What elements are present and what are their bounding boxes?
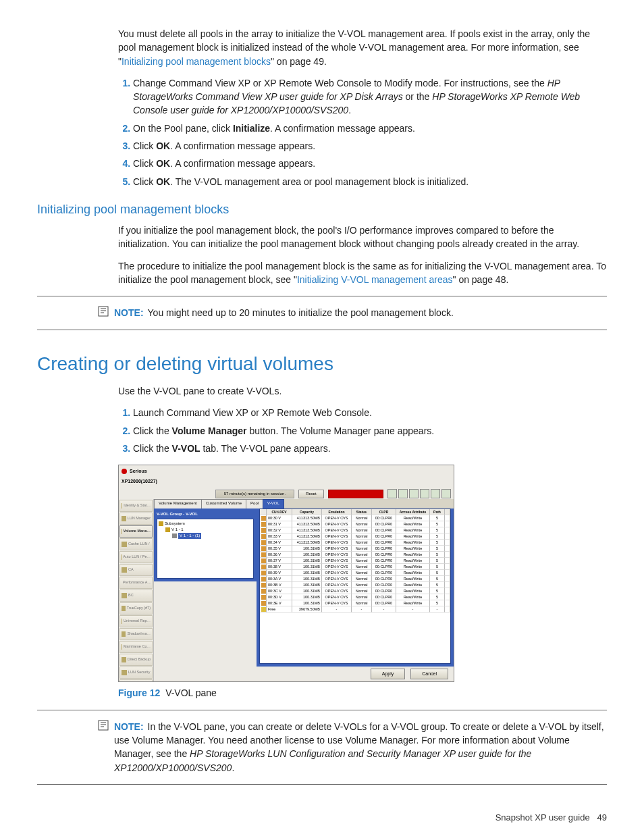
tree-node[interactable]: V 1 - 1 - (1): [159, 533, 252, 539]
table-row[interactable]: 00:31 V411313.50MBOPEN-V CVSNormal00:CLP…: [260, 521, 450, 527]
table-row[interactable]: 00:3B V100.31MBOPEN-V CVSNormal00:CLPR0R…: [260, 582, 450, 588]
volume-icon: [261, 577, 266, 581]
sidebar-icon: [122, 644, 122, 650]
cell: Normal: [352, 600, 372, 606]
cell: 00:3C V: [267, 588, 292, 594]
step: Click the Volume Manager button. The Vol…: [133, 424, 607, 438]
cell: OPEN-V CVS: [322, 588, 352, 594]
cell: 00:CLPR0: [372, 582, 396, 588]
cell: 100.31MB: [292, 594, 322, 600]
sidebar-item[interactable]: Direct Backup: [119, 654, 153, 666]
tab-volume-management[interactable]: Volume Management: [154, 499, 202, 509]
cell: 00:3D V: [267, 594, 292, 600]
sidebar-item[interactable]: CA: [119, 564, 153, 576]
sidebar-item[interactable]: Cache LUN /: [119, 538, 153, 550]
table-row[interactable]: 00:32 V411313.50MBOPEN-V CVSNormal00:CLP…: [260, 527, 450, 533]
apply-button[interactable]: Apply: [371, 669, 406, 679]
tabs: Volume Management Customized Volume Pool…: [154, 499, 454, 509]
table-row[interactable]: 00:3E V100.31MBOPEN-V CVSNormal00:CLPR0R…: [260, 600, 450, 606]
column-header[interactable]: Access Attribute: [396, 509, 430, 515]
volume-icon: [261, 601, 266, 606]
column-header[interactable]: Emulation: [322, 509, 352, 515]
session-timer: 57 minute(s) remaining in session.: [215, 490, 294, 498]
sidebar-item[interactable]: ShadowIma…: [119, 628, 153, 640]
sidebar-item[interactable]: Mainframe Co…: [119, 641, 153, 653]
volume-icon: [261, 607, 266, 612]
cell: 39679.50MB: [292, 606, 322, 613]
table-row[interactable]: 00:38 V100.31MBOPEN-V CVSNormal00:CLPR0R…: [260, 564, 450, 570]
cell: Normal: [352, 540, 372, 546]
sidebar-item[interactable]: LUN Manager: [119, 513, 153, 525]
cell: OPEN-V CVS: [322, 576, 352, 582]
sidebar-item[interactable]: Auto LUN / Pe…: [119, 551, 153, 563]
cell: OPEN-V CVS: [322, 521, 352, 527]
cell: Read/Write: [396, 576, 430, 582]
tab-customized-volume[interactable]: Customized Volume: [201, 499, 246, 509]
sidebar-item[interactable]: Performance A…: [119, 577, 153, 589]
cell: 00:30 V: [267, 515, 292, 521]
table-row[interactable]: 00:34 V411313.50MBOPEN-V CVSNormal00:CLP…: [260, 540, 450, 546]
column-header[interactable]: [260, 509, 267, 515]
toolbar-icon[interactable]: [398, 489, 408, 498]
table-row[interactable]: 00:39 V100.31MBOPEN-V CVSNormal00:CLPR0R…: [260, 570, 450, 576]
tree: Subsystem V 1 - 1 V 1 - 1 - (1): [157, 519, 254, 579]
table-row[interactable]: 00:3C V100.31MBOPEN-V CVSNormal00:CLPR0R…: [260, 588, 450, 594]
sidebar-item[interactable]: Universal Rep…: [119, 615, 153, 627]
table-row[interactable]: 00:35 V100.31MBOPEN-V CVSNormal00:CLPR0R…: [260, 546, 450, 552]
column-header[interactable]: [445, 509, 450, 515]
sidebar-item[interactable]: LUN Security: [119, 667, 153, 679]
page-footer: Snapshot XP user guide 49: [37, 812, 607, 825]
toolbar-icon[interactable]: [420, 489, 429, 498]
sidebar-item[interactable]: BC: [119, 590, 153, 602]
table-row[interactable]: 00:36 V100.31MBOPEN-V CVSNormal00:CLPR0R…: [260, 552, 450, 558]
cell: 100.31MB: [292, 558, 322, 564]
table-row[interactable]: 00:33 V411313.50MBOPEN-V CVSNormal00:CLP…: [260, 533, 450, 540]
sidebar-item[interactable]: External Stora…: [119, 679, 153, 681]
cell: Read/Write: [396, 588, 430, 594]
column-header[interactable]: CU:LDEV: [267, 509, 292, 515]
cell: 5: [430, 527, 445, 533]
cell: -: [430, 606, 445, 613]
column-header[interactable]: Path: [430, 509, 445, 515]
cell: 00:3A V: [267, 576, 292, 582]
toolbar-icon[interactable]: [441, 489, 451, 498]
cell: -: [372, 606, 396, 613]
table-row[interactable]: 00:3A V100.31MBOPEN-V CVSNormal00:CLPR0R…: [260, 576, 450, 582]
step: Change Command View XP or XP Remote Web …: [133, 76, 607, 118]
tree-node[interactable]: V 1 - 1: [159, 527, 252, 533]
tab-pool[interactable]: Pool: [246, 499, 263, 509]
note-label: NOTE:: [114, 721, 144, 732]
tree-title: V-VOL Group - V-VOL: [157, 511, 254, 517]
sidebar-item[interactable]: Identity & Stat…: [119, 500, 153, 512]
toolbar-icon[interactable]: [387, 489, 397, 498]
cell: 00:33 V: [267, 533, 292, 540]
status-icon: [122, 469, 127, 474]
column-header[interactable]: Status: [352, 509, 372, 515]
column-header[interactable]: CLPR: [372, 509, 396, 515]
toolbar-icon[interactable]: [409, 489, 419, 498]
cell: 411313.50MB: [292, 527, 322, 533]
divider: [37, 296, 607, 296]
cell: 00:38 V: [267, 564, 292, 570]
table-row[interactable]: Free39679.50MB-----: [260, 606, 450, 613]
tree-node[interactable]: Subsystem: [159, 521, 252, 527]
tab-vvol[interactable]: V-VOL: [263, 499, 284, 509]
table-row[interactable]: 00:37 V100.31MBOPEN-V CVSNormal00:CLPR0R…: [260, 558, 450, 564]
sidebar: Identity & Stat…LUN ManagerVolume Mana…C…: [119, 499, 154, 681]
volume-icon: [261, 595, 266, 600]
toolbar-icon[interactable]: [431, 489, 440, 498]
sidebar-icon: [122, 631, 126, 637]
link-init-vvol[interactable]: Initializing V-VOL management areas: [297, 274, 453, 285]
sidebar-item[interactable]: Volume Mana…: [119, 525, 153, 538]
reset-button[interactable]: Reset: [298, 490, 324, 498]
sidebar-item[interactable]: TrueCopy (#7): [119, 602, 153, 615]
toolbar-icons: [387, 489, 451, 498]
cancel-button[interactable]: Cancel: [410, 669, 448, 679]
sidebar-icon: [122, 670, 127, 675]
column-header[interactable]: Capacity: [292, 509, 322, 515]
table-row[interactable]: 00:30 V411313.50MBOPEN-V CVSNormal00:CLP…: [260, 515, 450, 521]
link-init-pool[interactable]: Initializing pool management blocks: [122, 56, 271, 67]
cell: Normal: [352, 582, 372, 588]
table-row[interactable]: 00:3D V100.31MBOPEN-V CVSNormal00:CLPR0R…: [260, 594, 450, 600]
vvol-pane-screenshot: Serious XP12000(10227) 57 minute(s) rema…: [118, 465, 454, 682]
